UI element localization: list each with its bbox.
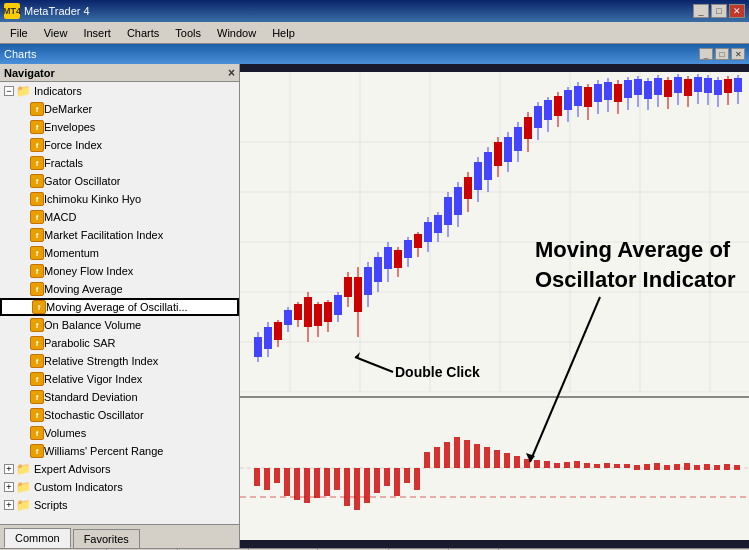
menu-bar: File View Insert Charts Tools Window Hel…: [0, 22, 749, 44]
custom-expand-icon[interactable]: +: [4, 482, 14, 492]
svg-rect-44: [394, 250, 402, 268]
navigator-tabs: Common Favorites: [0, 524, 239, 548]
scripts-section[interactable]: + 📁 Scripts: [0, 496, 239, 514]
svg-rect-74: [544, 100, 552, 120]
svg-rect-96: [654, 78, 662, 95]
indicator-icon: f: [30, 264, 44, 278]
svg-rect-152: [614, 464, 620, 468]
svg-rect-163: [724, 464, 730, 470]
svg-rect-68: [514, 127, 522, 151]
svg-rect-112: [734, 78, 742, 92]
list-item[interactable]: f Momentum: [0, 244, 239, 262]
list-item[interactable]: f Fractals: [0, 154, 239, 172]
menu-tools[interactable]: Tools: [167, 25, 209, 41]
svg-rect-104: [694, 77, 702, 92]
title-controls: _ □ ✕: [693, 4, 745, 18]
chart-area: Double Click Moving Average of Oscillato…: [240, 64, 749, 548]
maximize-button[interactable]: □: [711, 4, 727, 18]
navigator-close-button[interactable]: ×: [228, 66, 235, 80]
svg-rect-36: [354, 277, 362, 312]
list-item[interactable]: f DeMarker: [0, 100, 239, 118]
svg-rect-140: [494, 450, 500, 468]
item-label: Moving Average: [44, 283, 123, 295]
svg-rect-34: [344, 277, 352, 297]
expert-advisors-section[interactable]: + 📁 Expert Advisors: [0, 460, 239, 478]
svg-rect-26: [304, 297, 312, 327]
menu-view[interactable]: View: [36, 25, 76, 41]
inner-title-bar: Charts _ □ ✕: [0, 44, 749, 64]
svg-rect-141: [504, 453, 510, 468]
moving-average-oscillator-item[interactable]: f Moving Average of Oscillati...: [0, 298, 239, 316]
list-item[interactable]: f Envelopes: [0, 118, 239, 136]
indicators-section[interactable]: − 📁 Indicators: [0, 82, 239, 100]
svg-rect-119: [294, 468, 300, 500]
item-label: Gator Oscillator: [44, 175, 120, 187]
svg-rect-90: [624, 80, 632, 98]
list-item[interactable]: f Market Facilitation Index: [0, 226, 239, 244]
custom-indicators-section[interactable]: + 📁 Custom Indicators: [0, 478, 239, 496]
item-label: Stochastic Oscillator: [44, 409, 144, 421]
indicator-icon: f: [30, 282, 44, 296]
list-item[interactable]: f Stochastic Oscillator: [0, 406, 239, 424]
title-bar: MT4 MetaTrader 4 _ □ ✕: [0, 0, 749, 22]
indicator-icon: f: [30, 426, 44, 440]
svg-rect-76: [554, 96, 562, 116]
svg-rect-131: [414, 468, 420, 490]
tab-common[interactable]: Common: [4, 528, 71, 548]
indicator-icon: f: [30, 372, 44, 386]
indicators-expand-icon[interactable]: −: [4, 86, 14, 96]
menu-insert[interactable]: Insert: [75, 25, 119, 41]
svg-rect-147: [564, 462, 570, 468]
list-item[interactable]: f Standard Deviation: [0, 388, 239, 406]
list-item[interactable]: f Moving Average: [0, 280, 239, 298]
list-item[interactable]: f Relative Vigor Index: [0, 370, 239, 388]
scripts-expand-icon[interactable]: +: [4, 500, 14, 510]
svg-rect-150: [594, 464, 600, 468]
list-item[interactable]: f Force Index: [0, 136, 239, 154]
item-label: Momentum: [44, 247, 99, 259]
custom-folder-icon: 📁: [16, 480, 31, 494]
svg-rect-88: [614, 84, 622, 102]
list-item[interactable]: f Relative Strength Index: [0, 352, 239, 370]
list-item[interactable]: f Ichimoku Kinko Hyo: [0, 190, 239, 208]
close-button[interactable]: ✕: [729, 4, 745, 18]
svg-rect-156: [654, 463, 660, 470]
svg-rect-52: [434, 215, 442, 233]
menu-file[interactable]: File: [2, 25, 36, 41]
svg-rect-54: [444, 197, 452, 225]
svg-rect-133: [424, 452, 430, 468]
minimize-button[interactable]: _: [693, 4, 709, 18]
item-label: Money Flow Index: [44, 265, 133, 277]
indicator-icon: f: [30, 138, 44, 152]
tree-container[interactable]: − 📁 Indicators f DeMarker f Envelopes f …: [0, 82, 239, 524]
menu-window[interactable]: Window: [209, 25, 264, 41]
navigator-title: Navigator: [4, 67, 55, 79]
svg-rect-66: [504, 137, 512, 162]
expert-expand-icon[interactable]: +: [4, 464, 14, 474]
list-item[interactable]: f Williams' Percent Range: [0, 442, 239, 460]
svg-rect-127: [374, 468, 380, 493]
inner-maximize-button[interactable]: □: [715, 48, 729, 60]
menu-help[interactable]: Help: [264, 25, 303, 41]
inner-close-button[interactable]: ✕: [731, 48, 745, 60]
navigator-panel: Navigator × − 📁 Indicators f DeMarker f …: [0, 64, 240, 548]
list-item[interactable]: f Parabolic SAR: [0, 334, 239, 352]
svg-rect-100: [674, 77, 682, 93]
inner-minimize-button[interactable]: _: [699, 48, 713, 60]
menu-charts[interactable]: Charts: [119, 25, 167, 41]
list-item[interactable]: f MACD: [0, 208, 239, 226]
svg-rect-124: [344, 468, 350, 506]
list-item[interactable]: f Gator Oscillator: [0, 172, 239, 190]
item-label: Standard Deviation: [44, 391, 138, 403]
tab-favorites[interactable]: Favorites: [73, 529, 140, 548]
scripts-folder-icon: 📁: [16, 498, 31, 512]
list-item[interactable]: f Volumes: [0, 424, 239, 442]
svg-rect-128: [384, 468, 390, 486]
list-item[interactable]: f On Balance Volume: [0, 316, 239, 334]
svg-rect-122: [324, 468, 330, 496]
svg-rect-42: [384, 247, 392, 269]
svg-rect-144: [534, 460, 540, 468]
svg-rect-117: [274, 468, 280, 483]
svg-rect-98: [664, 80, 672, 97]
list-item[interactable]: f Money Flow Index: [0, 262, 239, 280]
